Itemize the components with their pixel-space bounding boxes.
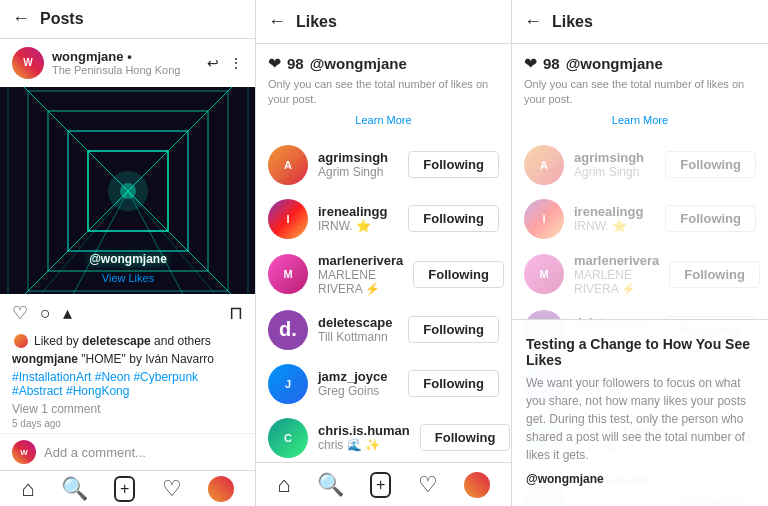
back-arrow-icon[interactable]: ← xyxy=(12,8,30,29)
bottom-nav-likes: ⌂ 🔍 + ♡ xyxy=(256,462,511,506)
liked-row: Liked by deletescape and others xyxy=(0,332,255,352)
modal-username: @wongmjane xyxy=(526,472,754,486)
like-username[interactable]: agrimsingh xyxy=(574,150,655,165)
likes-count-middle: 98 xyxy=(287,55,304,72)
comment-icon[interactable]: ○ xyxy=(40,303,51,324)
view-likes-link[interactable]: View Likes xyxy=(102,272,154,284)
back-arrow-likes-icon[interactable]: ← xyxy=(268,11,286,32)
like-info: agrimsinghAgrim Singh xyxy=(318,150,398,179)
like-realname: MARLENE RIVERA ⚡ xyxy=(318,268,403,296)
like-realname: chris 🌊 ✨ xyxy=(318,438,410,452)
follow-button[interactable]: Following xyxy=(408,205,499,232)
post-user-row: W wongmjane • The Peninsula Hong Kong ↩ … xyxy=(0,39,255,87)
comment-avatar: W xyxy=(12,440,36,464)
follow-button[interactable]: Following xyxy=(665,151,756,178)
follow-button[interactable]: Following xyxy=(669,261,760,288)
back-arrow-modal-icon[interactable]: ← xyxy=(524,11,542,32)
like-item: IirenealinggIRNW. ⭐Following xyxy=(512,192,768,246)
likes-username-middle: @wongmjane xyxy=(310,55,407,72)
share-icon[interactable]: ▴ xyxy=(63,302,72,324)
like-avatar[interactable]: I xyxy=(524,199,564,239)
follow-button[interactable]: Following xyxy=(413,261,504,288)
nav-search-icon-2[interactable]: 🔍 xyxy=(317,472,344,498)
follow-button[interactable]: Following xyxy=(408,151,499,178)
likes-info-modal: ❤ 98 @wongmjane Only you can see the tot… xyxy=(512,44,768,134)
reply-icon[interactable]: ↩ xyxy=(207,55,219,71)
like-info: deletescapeTill Kottmann xyxy=(318,315,398,344)
like-avatar[interactable]: M xyxy=(268,254,308,294)
avatar[interactable]: W xyxy=(12,47,44,79)
like-username[interactable]: chris.is.human xyxy=(318,423,410,438)
heart-count-modal-icon: ❤ xyxy=(524,54,537,73)
like-item: IirenealinggIRNW. ⭐Following xyxy=(256,192,511,246)
post-caption: wongmjane "HOME" by Iván Navarro xyxy=(0,352,255,370)
nav-home-icon[interactable]: ⌂ xyxy=(21,476,34,502)
likes-description-modal: Only you can see the total number of lik… xyxy=(524,77,756,108)
post-username[interactable]: wongmjane • xyxy=(52,49,199,64)
post-location: The Peninsula Hong Kong xyxy=(52,64,199,76)
nav-add-icon-2[interactable]: + xyxy=(370,472,391,498)
follow-button[interactable]: Following xyxy=(420,424,511,451)
like-username[interactable]: marlenerivera xyxy=(574,253,659,268)
post-image-username: @wongmjane xyxy=(89,252,167,266)
likes-panel-middle: ← Likes ❤ 98 @wongmjane Only you can see… xyxy=(256,0,512,506)
more-icon[interactable]: ⋮ xyxy=(229,55,243,71)
like-avatar[interactable]: M xyxy=(524,254,564,294)
nav-home-icon-2[interactable]: ⌂ xyxy=(277,472,290,498)
like-icon[interactable]: ♡ xyxy=(12,302,28,324)
like-avatar[interactable]: A xyxy=(268,145,308,185)
follow-button[interactable]: Following xyxy=(408,370,499,397)
likes-change-modal: Testing a Change to How You See Likes We… xyxy=(512,319,768,506)
like-username[interactable]: jamz_joyce xyxy=(318,369,398,384)
like-avatar[interactable]: C xyxy=(268,418,308,458)
posts-panel: ← Posts W wongmjane • The Peninsula Hong… xyxy=(0,0,256,506)
likes-description-middle: Only you can see the total number of lik… xyxy=(268,77,499,108)
nav-heart-icon-2[interactable]: ♡ xyxy=(418,472,438,498)
likes-list-middle: AagrimsinghAgrim SinghFollowingIireneali… xyxy=(256,134,511,462)
likes-info-middle: ❤ 98 @wongmjane Only you can see the tot… xyxy=(256,44,511,134)
bottom-nav-posts: ⌂ 🔍 + ♡ xyxy=(0,470,255,506)
like-avatar[interactable]: d. xyxy=(268,310,308,350)
like-realname: MARLENE RIVERA ⚡ xyxy=(574,268,659,296)
nav-profile-icon-2[interactable] xyxy=(464,472,490,498)
like-item: MmarleneriveraMARLENE RIVERA ⚡Following xyxy=(256,246,511,303)
post-user-info: wongmjane • The Peninsula Hong Kong xyxy=(52,49,199,76)
like-info: marleneriveraMARLENE RIVERA ⚡ xyxy=(574,253,659,296)
follow-button[interactable]: Following xyxy=(665,205,756,232)
nav-profile-icon[interactable] xyxy=(208,476,234,502)
like-info: agrimsinghAgrim Singh xyxy=(574,150,655,179)
nav-heart-icon[interactable]: ♡ xyxy=(162,476,182,502)
like-item: d.deletescapeTill KottmannFollowing xyxy=(256,303,511,357)
comment-input[interactable]: Add a comment... xyxy=(44,445,243,460)
like-item: AagrimsinghAgrim SinghFollowing xyxy=(256,138,511,192)
liked-by-text: Liked by deletescape and others xyxy=(34,334,211,348)
like-info: irenealinggIRNW. ⭐ xyxy=(574,204,655,233)
like-avatar[interactable]: A xyxy=(524,145,564,185)
like-realname: IRNW. ⭐ xyxy=(574,219,655,233)
like-avatar[interactable]: J xyxy=(268,364,308,404)
nav-search-icon[interactable]: 🔍 xyxy=(61,476,88,502)
like-avatar[interactable]: I xyxy=(268,199,308,239)
likes-title-middle: Likes xyxy=(296,13,337,31)
learn-more-link-middle[interactable]: Learn More xyxy=(355,114,411,126)
bookmark-icon[interactable]: ⊓ xyxy=(229,302,243,324)
like-username[interactable]: irenealingg xyxy=(318,204,398,219)
like-username[interactable]: agrimsingh xyxy=(318,150,398,165)
follow-button[interactable]: Following xyxy=(408,316,499,343)
likes-count-modal: 98 xyxy=(543,55,560,72)
view-comments[interactable]: View 1 comment xyxy=(0,402,255,418)
like-realname: Till Kottmann xyxy=(318,330,398,344)
modal-title: Testing a Change to How You See Likes xyxy=(526,336,754,368)
learn-more-link-modal[interactable]: Learn More xyxy=(612,114,668,126)
like-username[interactable]: marlenerivera xyxy=(318,253,403,268)
like-realname: Greg Goins xyxy=(318,384,398,398)
like-item: AagrimsinghAgrim SinghFollowing xyxy=(512,138,768,192)
hashtags[interactable]: #InstallationArt #Neon #Cyberpunk #Abstr… xyxy=(0,370,255,402)
like-username[interactable]: deletescape xyxy=(318,315,398,330)
like-realname: Agrim Singh xyxy=(574,165,655,179)
like-username[interactable]: irenealingg xyxy=(574,204,655,219)
like-info: marleneriveraMARLENE RIVERA ⚡ xyxy=(318,253,403,296)
time-ago: 5 days ago xyxy=(0,418,255,433)
nav-add-icon[interactable]: + xyxy=(114,476,135,502)
posts-title: Posts xyxy=(40,10,84,28)
